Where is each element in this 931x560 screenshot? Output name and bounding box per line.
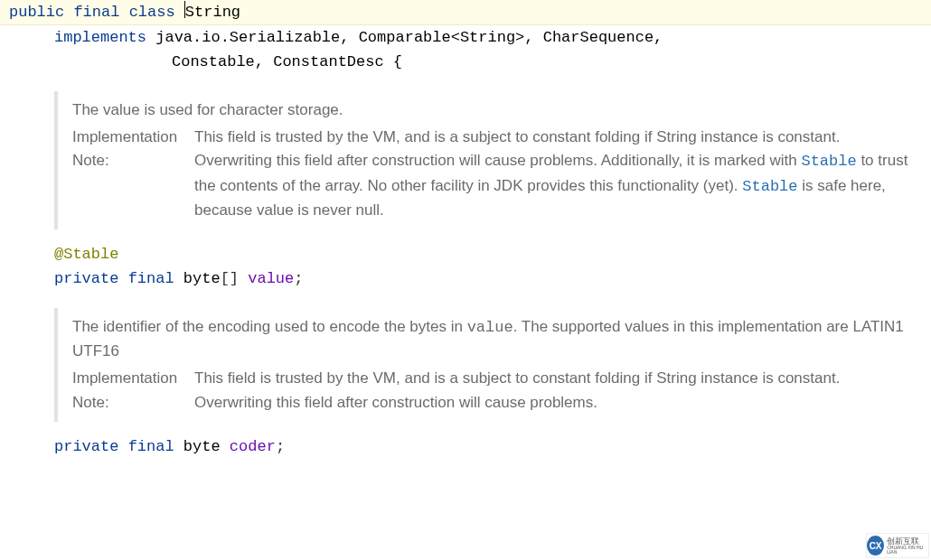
- code-line-field-coder[interactable]: private final byte coder;: [0, 434, 931, 459]
- semicolon: ;: [276, 438, 285, 455]
- code-line-class-decl[interactable]: public final class String: [0, 0, 931, 25]
- keyword-class: class: [129, 4, 175, 21]
- watermark-logo: CX 创新互联 CHUANG XIN HU LIAN: [866, 533, 929, 558]
- javadoc-impl-note-text: This field is trusted by the VM, and is …: [194, 126, 909, 222]
- javadoc-block-coder: The identifier of the encoding used to e…: [54, 308, 922, 422]
- javadoc-impl-note-label: Implementation Note:: [72, 367, 194, 415]
- semicolon: ;: [294, 270, 303, 287]
- keyword-private: private: [54, 438, 118, 455]
- keyword-implements: implements: [54, 29, 146, 46]
- code-line-field-value[interactable]: private final byte[] value;: [0, 266, 931, 291]
- keyword-final: final: [73, 4, 119, 21]
- keyword-final: final: [128, 270, 174, 287]
- annotation-stable: @Stable: [54, 246, 118, 263]
- field-name-coder: coder: [230, 438, 276, 455]
- javadoc-block-value: The value is used for character storage.…: [54, 91, 922, 230]
- brackets: []: [221, 270, 239, 287]
- javadoc-code-stable-1: Stable: [801, 153, 856, 170]
- javadoc-text-a: The identifier of the encoding used to e…: [72, 318, 467, 335]
- keyword-private: private: [54, 270, 118, 287]
- type-byte: byte: [183, 438, 221, 455]
- code-line-annotation[interactable]: @Stable: [0, 242, 931, 266]
- keyword-public: public: [9, 4, 64, 21]
- implements-list-2: Constable, ConstantDesc {: [172, 53, 402, 70]
- javadoc-code-value: value: [467, 319, 513, 336]
- javadoc-impl-note-text: This field is trusted by the VM, and is …: [194, 367, 909, 415]
- keyword-final: final: [128, 438, 174, 455]
- code-line-implements-cont[interactable]: Constable, ConstantDesc {: [0, 50, 931, 74]
- class-name: String: [185, 4, 240, 21]
- javadoc-summary: The value is used for character storage.: [72, 98, 909, 122]
- javadoc-summary: The identifier of the encoding used to e…: [72, 315, 909, 364]
- javadoc-text-a: This field is trusted by the VM, and is …: [194, 128, 840, 169]
- javadoc-impl-note-label: Implementation Note:: [72, 126, 194, 222]
- code-line-implements[interactable]: implements java.io.Serializable, Compara…: [0, 25, 931, 50]
- implements-list-1: java.io.Serializable, Comparable<String>…: [146, 29, 663, 46]
- watermark-circle: CX: [867, 536, 884, 555]
- type-byte: byte: [183, 270, 221, 287]
- field-name-value: value: [248, 270, 294, 287]
- watermark-text-en: CHUANG XIN HU LIAN: [887, 546, 928, 555]
- javadoc-code-stable-2: Stable: [742, 178, 797, 195]
